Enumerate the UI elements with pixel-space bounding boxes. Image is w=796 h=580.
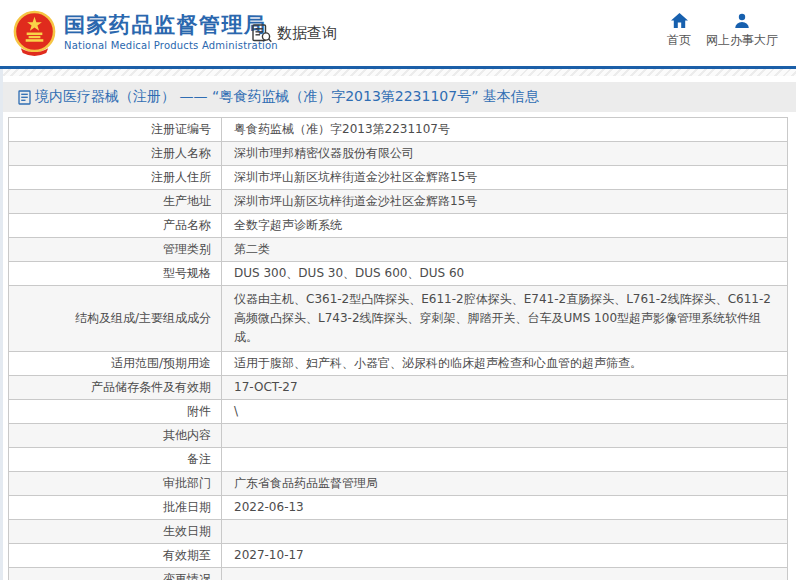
row-label: 注册证编号 bbox=[9, 118, 222, 141]
row-value: 全数字超声诊断系统 bbox=[222, 214, 787, 237]
header-nav: 首页 网上办事大厅 bbox=[667, 13, 778, 49]
table-row-change-status: 变更情况 bbox=[9, 568, 787, 580]
data-query-tab[interactable]: 数据查询 bbox=[252, 24, 337, 43]
row-value: 广东省食品药品监督管理局 bbox=[222, 472, 787, 495]
table-row-product-name: 产品名称 全数字超声诊断系统 bbox=[9, 214, 787, 238]
document-icon bbox=[18, 90, 31, 105]
site-header: 国家药品监督管理局 National Medical Products Admi… bbox=[0, 0, 796, 66]
table-row-approval-department: 审批部门 广东省食品药品监督管理局 bbox=[9, 472, 787, 496]
row-value bbox=[222, 568, 787, 580]
row-label: 附件 bbox=[9, 400, 222, 423]
table-row-approval-date: 批准日期 2022-06-13 bbox=[9, 496, 787, 520]
table-row-registration-number: 注册证编号 粤食药监械（准）字2013第2231107号 bbox=[9, 118, 787, 142]
table-row-effective-date: 生效日期 bbox=[9, 520, 787, 544]
row-value: 适用于腹部、妇产科、小器官、泌尿科的临床超声检查和心血管的超声筛查。 bbox=[222, 352, 787, 375]
row-label: 生效日期 bbox=[9, 520, 222, 543]
registration-info-table: 注册证编号 粤食药监械（准）字2013第2231107号 注册人名称 深圳市理邦… bbox=[8, 117, 788, 580]
row-label: 审批部门 bbox=[9, 472, 222, 495]
row-value: \ bbox=[222, 400, 787, 423]
national-emblem-logo bbox=[11, 9, 58, 58]
table-row-registrant-name: 注册人名称 深圳市理邦精密仪器股份有限公司 bbox=[9, 142, 787, 166]
breadcrumb-text: 境内医疗器械（注册） —— “粤食药监械（准）字2013第2231107号” 基… bbox=[35, 88, 539, 106]
table-row-production-address: 生产地址 深圳市坪山新区坑梓街道金沙社区金辉路15号 bbox=[9, 190, 787, 214]
row-value: DUS 300、DUS 30、DUS 600、DUS 60 bbox=[222, 262, 787, 285]
person-icon bbox=[734, 13, 750, 28]
row-value: 仪器由主机、C361-2型凸阵探头、E611-2腔体探头、E741-2直肠探头、… bbox=[222, 286, 787, 351]
row-value bbox=[222, 448, 787, 471]
table-row-storage-validity: 产品储存条件及有效期 17-OCT-27 bbox=[9, 376, 787, 400]
document-search-icon bbox=[252, 24, 273, 43]
table-row-remark: 备注 bbox=[9, 448, 787, 472]
table-row-other-content: 其他内容 bbox=[9, 424, 787, 448]
table-row-model-spec: 型号规格 DUS 300、DUS 30、DUS 600、DUS 60 bbox=[9, 262, 787, 286]
row-label: 变更情况 bbox=[9, 568, 222, 580]
row-value: 17-OCT-27 bbox=[222, 376, 787, 399]
row-label: 注册人住所 bbox=[9, 166, 222, 189]
row-label: 产品名称 bbox=[9, 214, 222, 237]
site-subtitle: National Medical Products Administration bbox=[64, 40, 278, 51]
row-label: 有效期至 bbox=[9, 544, 222, 567]
breadcrumb: 境内医疗器械（注册） —— “粤食药监械（准）字2013第2231107号” 基… bbox=[3, 82, 796, 112]
data-query-label: 数据查询 bbox=[277, 24, 337, 43]
table-row-registrant-address: 注册人住所 深圳市坪山新区坑梓街道金沙社区金辉路15号 bbox=[9, 166, 787, 190]
row-label: 适用范围/预期用途 bbox=[9, 352, 222, 375]
site-title: 国家药品监督管理局 bbox=[64, 12, 278, 38]
row-label: 产品储存条件及有效期 bbox=[9, 376, 222, 399]
row-value bbox=[222, 424, 787, 447]
row-label: 结构及组成/主要组成成分 bbox=[9, 286, 222, 351]
row-label: 其他内容 bbox=[9, 424, 222, 447]
site-title-block: 国家药品监督管理局 National Medical Products Admi… bbox=[64, 12, 278, 51]
row-label: 生产地址 bbox=[9, 190, 222, 213]
table-row-management-class: 管理类别 第二类 bbox=[9, 238, 787, 262]
row-value: 2022-06-13 bbox=[222, 496, 787, 519]
page-left-strip bbox=[0, 69, 3, 580]
nav-service-hall[interactable]: 网上办事大厅 bbox=[706, 13, 778, 49]
row-value: 粤食药监械（准）字2013第2231107号 bbox=[222, 118, 787, 141]
nav-service-hall-label: 网上办事大厅 bbox=[706, 32, 778, 49]
row-value: 第二类 bbox=[222, 238, 787, 261]
row-label: 型号规格 bbox=[9, 262, 222, 285]
table-row-attachment: 附件 \ bbox=[9, 400, 787, 424]
row-value: 2027-10-17 bbox=[222, 544, 787, 567]
row-value bbox=[222, 520, 787, 543]
nav-home-label: 首页 bbox=[667, 32, 691, 49]
row-value: 深圳市理邦精密仪器股份有限公司 bbox=[222, 142, 787, 165]
table-row-expiry-date: 有效期至 2027-10-17 bbox=[9, 544, 787, 568]
row-label: 备注 bbox=[9, 448, 222, 471]
hatch-strip bbox=[0, 69, 796, 76]
nav-home[interactable]: 首页 bbox=[667, 13, 691, 49]
home-icon bbox=[671, 13, 688, 28]
row-label: 管理类别 bbox=[9, 238, 222, 261]
table-row-intended-use: 适用范围/预期用途 适用于腹部、妇产科、小器官、泌尿科的临床超声检查和心血管的超… bbox=[9, 352, 787, 376]
row-label: 批准日期 bbox=[9, 496, 222, 519]
row-value: 深圳市坪山新区坑梓街道金沙社区金辉路15号 bbox=[222, 166, 787, 189]
row-value: 深圳市坪山新区坑梓街道金沙社区金辉路15号 bbox=[222, 190, 787, 213]
table-row-composition: 结构及组成/主要组成成分 仪器由主机、C361-2型凸阵探头、E611-2腔体探… bbox=[9, 286, 787, 352]
row-label: 注册人名称 bbox=[9, 142, 222, 165]
